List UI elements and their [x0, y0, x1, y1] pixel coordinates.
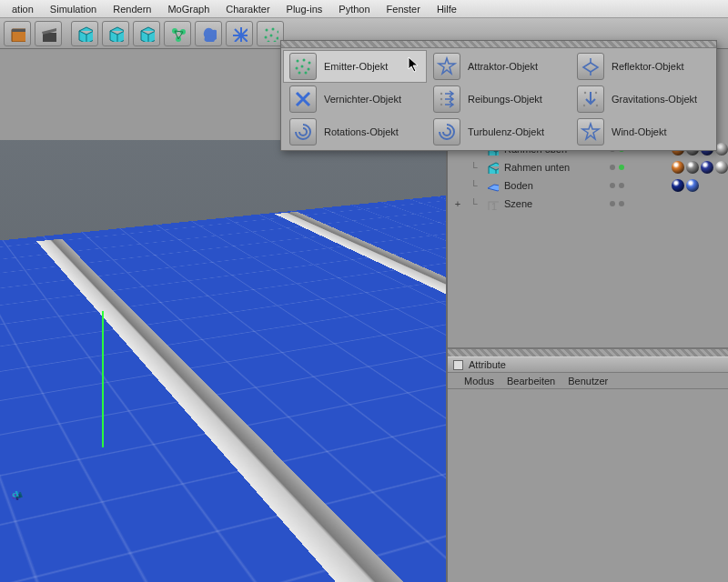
flyout-label: Attraktor-Objekt	[468, 61, 538, 72]
menu-item[interactable]: Hilfe	[429, 4, 465, 15]
menu-item[interactable]: Plug-ins	[278, 4, 331, 15]
flyout-item[interactable]: Reflektor-Objekt	[571, 50, 714, 83]
visibility-dot[interactable]	[610, 201, 615, 206]
flyout-label: Vernichter-Objekt	[324, 94, 401, 105]
attribute-checkbox[interactable]	[453, 360, 463, 370]
menu-item[interactable]: Charakter	[217, 4, 278, 15]
attribute-manager: Attribute Modus Bearbeiten Benutzer	[448, 356, 728, 582]
menu-item[interactable]: Rendern	[105, 4, 159, 15]
tree-line: └	[468, 162, 480, 173]
flyout-item[interactable]: Wind-Objekt	[571, 115, 714, 148]
material-ball-icon[interactable]	[715, 161, 728, 174]
flyout-drag-handle[interactable]	[281, 41, 716, 48]
wind-icon	[577, 118, 604, 146]
object-name[interactable]: Szene	[504, 198, 604, 209]
molecule-icon[interactable]	[164, 21, 191, 46]
reflector-icon	[577, 53, 604, 80]
floor-icon	[486, 179, 499, 192]
material-ball-icon[interactable]	[686, 161, 699, 174]
material-ball-icon[interactable]	[715, 143, 728, 156]
flyout-label: Gravitations-Objekt	[612, 94, 697, 105]
menu-item[interactable]: ation	[4, 4, 42, 15]
tree-line: └	[468, 180, 480, 191]
flyout-label: Reibungs-Objekt	[468, 94, 542, 105]
attractor-icon	[433, 53, 460, 80]
scene-3d: psd	[0, 140, 446, 582]
flyout-item[interactable]: Rotations-Objekt	[283, 115, 427, 148]
film-icon[interactable]	[4, 21, 31, 46]
expand-toggle[interactable]: +	[453, 198, 462, 209]
flyout-label: Reflektor-Objekt	[612, 61, 683, 72]
destructor-icon	[289, 85, 317, 113]
menu-bar: ation Simulation Rendern MoGraph Charakt…	[0, 0, 728, 18]
clapper-icon[interactable]	[35, 21, 62, 46]
menu-item[interactable]: Python	[330, 4, 378, 15]
visibility-dot[interactable]	[610, 165, 615, 170]
menu-item[interactable]: Simulation	[42, 4, 105, 15]
friction-icon	[433, 85, 460, 113]
material-ball-icon[interactable]	[686, 179, 699, 192]
turbulence-icon	[433, 118, 460, 146]
gravitation-icon	[577, 85, 604, 113]
cube-wire-icon[interactable]	[133, 21, 160, 46]
object-name[interactable]: Boden	[504, 180, 604, 191]
blob-icon[interactable]	[195, 21, 222, 46]
attribute-title: Attribute	[469, 359, 506, 370]
object-name[interactable]: Rahmen unten	[504, 162, 604, 173]
object-row[interactable]: └Boden	[448, 176, 728, 195]
menu-item[interactable]: MoGraph	[159, 4, 217, 15]
scene-icon	[486, 197, 499, 210]
material-ball-icon[interactable]	[701, 161, 713, 174]
y-axis-gizmo	[102, 311, 104, 447]
visibility-dot[interactable]	[619, 201, 624, 206]
flyout-label: Wind-Objekt	[612, 126, 667, 137]
flyout-label: Emitter-Objekt	[324, 61, 388, 72]
toolbar-separator	[66, 21, 67, 46]
cube-icon[interactable]	[71, 21, 98, 46]
flyout-item[interactable]: Gravitations-Objekt	[571, 83, 714, 115]
attr-tab[interactable]: Modus	[464, 376, 494, 386]
cube-icon	[486, 161, 499, 174]
arrows-out-icon[interactable]	[226, 21, 253, 46]
visibility-dot[interactable]	[619, 183, 624, 188]
attr-tab[interactable]: Benutzer	[568, 376, 608, 386]
emitter-icon	[289, 53, 317, 80]
object-row[interactable]: └Rahmen unten	[448, 158, 728, 176]
object-row[interactable]: +└Szene	[448, 195, 728, 213]
cubes-icon[interactable]	[102, 21, 129, 46]
attr-tab[interactable]: Bearbeiten	[507, 376, 555, 386]
material-ball-icon[interactable]	[672, 179, 684, 192]
visibility-dot[interactable]	[619, 165, 624, 170]
flyout-item[interactable]: Attraktor-Objekt	[427, 50, 571, 83]
flyout-item[interactable]: Turbulenz-Objekt	[427, 115, 571, 148]
tree-line: └	[468, 198, 480, 209]
flyout-label: Turbulenz-Objekt	[468, 126, 544, 137]
flyout-item[interactable]: Emitter-Objekt	[283, 50, 427, 83]
flyout-item[interactable]: Vernichter-Objekt	[283, 83, 427, 115]
menu-item[interactable]: Fenster	[379, 4, 429, 15]
flyout-item[interactable]: Reibungs-Objekt	[427, 83, 571, 115]
material-ball-icon[interactable]	[672, 161, 684, 174]
flyout-label: Rotations-Objekt	[324, 126, 399, 137]
visibility-dot[interactable]	[610, 183, 615, 188]
rotation-icon	[289, 118, 317, 146]
panel-resize-handle[interactable]	[448, 349, 728, 356]
particles-flyout: Emitter-ObjektAttraktor-ObjektReflektor-…	[280, 40, 717, 151]
